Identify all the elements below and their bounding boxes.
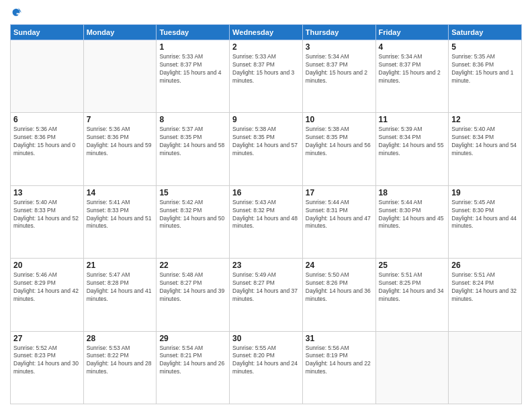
day-number: 27 — [13, 334, 81, 343]
day-detail: Sunrise: 5:33 AMSunset: 8:37 PMDaylight:… — [159, 53, 226, 85]
calendar-cell: 30Sunrise: 5:55 AMSunset: 8:20 PMDayligh… — [230, 331, 303, 404]
day-detail: Sunrise: 5:51 AMSunset: 8:25 PMDaylight:… — [379, 271, 446, 304]
day-number: 2 — [232, 42, 300, 52]
calendar-cell: 12Sunrise: 5:40 AMSunset: 8:34 PMDayligh… — [449, 113, 522, 185]
day-number: 24 — [306, 261, 373, 270]
page-header — [10, 7, 522, 19]
day-detail: Sunrise: 5:48 AMSunset: 8:27 PMDaylight:… — [159, 271, 226, 304]
day-number: 11 — [379, 115, 446, 124]
calendar-cell: 19Sunrise: 5:45 AMSunset: 8:30 PMDayligh… — [449, 185, 522, 258]
day-number: 31 — [306, 334, 373, 343]
day-number: 19 — [451, 188, 519, 197]
calendar-cell — [375, 331, 449, 404]
day-detail: Sunrise: 5:40 AMSunset: 8:33 PMDaylight:… — [13, 199, 81, 231]
day-number: 8 — [159, 115, 226, 124]
day-number: 25 — [379, 261, 446, 270]
day-number: 3 — [306, 42, 373, 52]
day-number: 20 — [13, 261, 81, 270]
day-detail: Sunrise: 5:36 AMSunset: 8:36 PMDaylight:… — [87, 126, 154, 158]
day-detail: Sunrise: 5:51 AMSunset: 8:24 PMDaylight:… — [451, 271, 519, 304]
week-row: 6Sunrise: 5:36 AMSunset: 8:36 PMDaylight… — [11, 113, 522, 185]
day-number: 30 — [232, 334, 300, 343]
weekday-header: Thursday — [302, 25, 375, 40]
day-number: 22 — [159, 261, 226, 270]
calendar-cell: 15Sunrise: 5:42 AMSunset: 8:32 PMDayligh… — [157, 185, 230, 258]
calendar-cell: 3Sunrise: 5:34 AMSunset: 8:37 PMDaylight… — [302, 40, 375, 113]
day-detail: Sunrise: 5:37 AMSunset: 8:35 PMDaylight:… — [159, 126, 226, 158]
day-detail: Sunrise: 5:36 AMSunset: 8:36 PMDaylight:… — [13, 126, 81, 158]
day-number: 5 — [451, 42, 519, 52]
day-detail: Sunrise: 5:38 AMSunset: 8:35 PMDaylight:… — [232, 126, 300, 158]
calendar-cell: 17Sunrise: 5:44 AMSunset: 8:31 PMDayligh… — [302, 185, 375, 258]
day-number: 26 — [451, 261, 519, 270]
day-number: 28 — [87, 334, 154, 343]
calendar-cell: 28Sunrise: 5:53 AMSunset: 8:22 PMDayligh… — [83, 331, 157, 404]
calendar-cell: 21Sunrise: 5:47 AMSunset: 8:28 PMDayligh… — [83, 259, 157, 331]
logo — [10, 7, 25, 19]
day-detail: Sunrise: 5:34 AMSunset: 8:37 PMDaylight:… — [306, 53, 373, 85]
calendar-cell: 13Sunrise: 5:40 AMSunset: 8:33 PMDayligh… — [11, 185, 84, 258]
day-detail: Sunrise: 5:44 AMSunset: 8:31 PMDaylight:… — [306, 199, 373, 231]
calendar-cell: 14Sunrise: 5:41 AMSunset: 8:33 PMDayligh… — [83, 185, 157, 258]
day-detail: Sunrise: 5:46 AMSunset: 8:29 PMDaylight:… — [13, 271, 81, 304]
day-detail: Sunrise: 5:56 AMSunset: 8:19 PMDaylight:… — [306, 345, 373, 377]
day-number: 12 — [451, 115, 519, 124]
calendar-cell: 6Sunrise: 5:36 AMSunset: 8:36 PMDaylight… — [11, 113, 84, 185]
calendar-cell — [11, 40, 84, 113]
day-number: 1 — [159, 42, 226, 52]
calendar-cell: 26Sunrise: 5:51 AMSunset: 8:24 PMDayligh… — [449, 259, 522, 331]
day-detail: Sunrise: 5:34 AMSunset: 8:37 PMDaylight:… — [379, 53, 446, 85]
day-detail: Sunrise: 5:41 AMSunset: 8:33 PMDaylight:… — [87, 199, 154, 231]
day-detail: Sunrise: 5:42 AMSunset: 8:32 PMDaylight:… — [159, 199, 226, 231]
day-number: 29 — [159, 334, 226, 343]
day-detail: Sunrise: 5:45 AMSunset: 8:30 PMDaylight:… — [451, 199, 519, 231]
weekday-header: Tuesday — [157, 25, 230, 40]
weekday-header: Wednesday — [230, 25, 303, 40]
weekday-header: Friday — [375, 25, 449, 40]
calendar-cell: 27Sunrise: 5:52 AMSunset: 8:23 PMDayligh… — [11, 331, 84, 404]
calendar-cell: 10Sunrise: 5:38 AMSunset: 8:35 PMDayligh… — [302, 113, 375, 185]
calendar-cell: 18Sunrise: 5:44 AMSunset: 8:30 PMDayligh… — [375, 185, 449, 258]
calendar-cell: 31Sunrise: 5:56 AMSunset: 8:19 PMDayligh… — [302, 331, 375, 404]
calendar-cell — [83, 40, 157, 113]
day-detail: Sunrise: 5:35 AMSunset: 8:36 PMDaylight:… — [451, 53, 519, 85]
week-row: 1Sunrise: 5:33 AMSunset: 8:37 PMDaylight… — [11, 40, 522, 113]
calendar-cell: 25Sunrise: 5:51 AMSunset: 8:25 PMDayligh… — [375, 259, 449, 331]
week-row: 13Sunrise: 5:40 AMSunset: 8:33 PMDayligh… — [11, 185, 522, 258]
calendar-cell: 4Sunrise: 5:34 AMSunset: 8:37 PMDaylight… — [375, 40, 449, 113]
day-number: 10 — [306, 115, 373, 124]
calendar-cell: 7Sunrise: 5:36 AMSunset: 8:36 PMDaylight… — [83, 113, 157, 185]
calendar-cell: 8Sunrise: 5:37 AMSunset: 8:35 PMDaylight… — [157, 113, 230, 185]
calendar-cell: 29Sunrise: 5:54 AMSunset: 8:21 PMDayligh… — [157, 331, 230, 404]
calendar-cell: 1Sunrise: 5:33 AMSunset: 8:37 PMDaylight… — [157, 40, 230, 113]
day-detail: Sunrise: 5:47 AMSunset: 8:28 PMDaylight:… — [87, 271, 154, 304]
day-number: 13 — [13, 188, 81, 197]
day-detail: Sunrise: 5:49 AMSunset: 8:27 PMDaylight:… — [232, 271, 300, 304]
calendar-cell: 9Sunrise: 5:38 AMSunset: 8:35 PMDaylight… — [230, 113, 303, 185]
day-number: 23 — [232, 261, 300, 270]
calendar-header-row: SundayMondayTuesdayWednesdayThursdayFrid… — [11, 25, 522, 40]
weekday-header: Monday — [83, 25, 157, 40]
calendar-cell: 22Sunrise: 5:48 AMSunset: 8:27 PMDayligh… — [157, 259, 230, 331]
day-number: 21 — [87, 261, 154, 270]
calendar-cell: 16Sunrise: 5:43 AMSunset: 8:32 PMDayligh… — [230, 185, 303, 258]
day-number: 15 — [159, 188, 226, 197]
weekday-header: Saturday — [449, 25, 522, 40]
day-detail: Sunrise: 5:53 AMSunset: 8:22 PMDaylight:… — [87, 345, 154, 377]
week-row: 27Sunrise: 5:52 AMSunset: 8:23 PMDayligh… — [11, 331, 522, 404]
calendar-cell: 23Sunrise: 5:49 AMSunset: 8:27 PMDayligh… — [230, 259, 303, 331]
calendar-cell: 20Sunrise: 5:46 AMSunset: 8:29 PMDayligh… — [11, 259, 84, 331]
day-number: 14 — [87, 188, 154, 197]
calendar-cell: 5Sunrise: 5:35 AMSunset: 8:36 PMDaylight… — [449, 40, 522, 113]
day-number: 9 — [232, 115, 300, 124]
day-number: 6 — [13, 115, 81, 124]
day-detail: Sunrise: 5:38 AMSunset: 8:35 PMDaylight:… — [306, 126, 373, 158]
logo-icon — [10, 7, 22, 19]
day-detail: Sunrise: 5:55 AMSunset: 8:20 PMDaylight:… — [232, 345, 300, 377]
calendar-cell: 11Sunrise: 5:39 AMSunset: 8:34 PMDayligh… — [375, 113, 449, 185]
calendar-cell — [449, 331, 522, 404]
weekday-header: Sunday — [11, 25, 84, 40]
day-detail: Sunrise: 5:43 AMSunset: 8:32 PMDaylight:… — [232, 199, 300, 231]
day-detail: Sunrise: 5:44 AMSunset: 8:30 PMDaylight:… — [379, 199, 446, 231]
day-number: 7 — [87, 115, 154, 124]
